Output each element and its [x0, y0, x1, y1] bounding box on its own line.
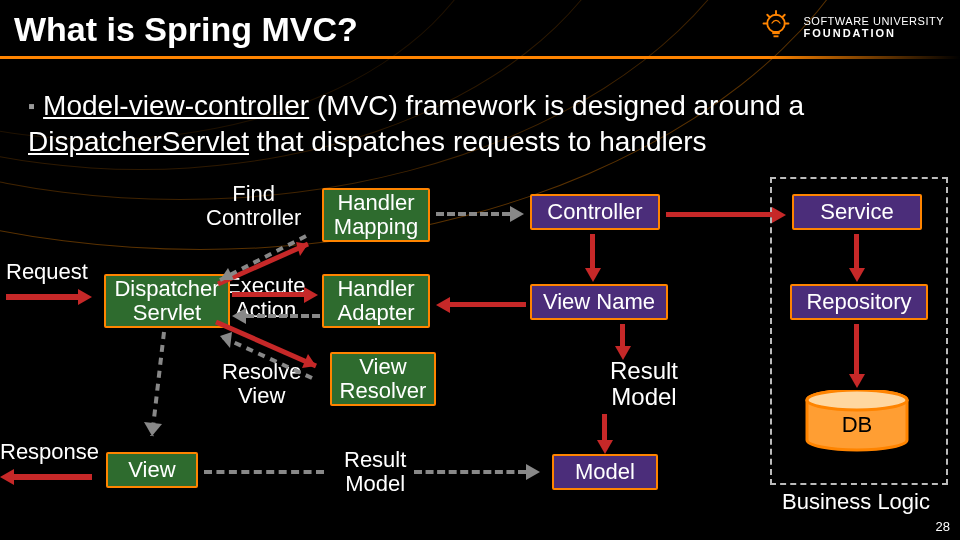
view-box: View — [106, 452, 198, 488]
svg-marker-8 — [302, 354, 316, 368]
model-box: Model — [552, 454, 658, 490]
view-name-box: View Name — [530, 284, 668, 320]
svg-marker-10 — [220, 332, 232, 348]
svg-marker-12 — [144, 422, 162, 436]
find-controller-label: Find Controller — [206, 182, 301, 230]
handler-mapping-box: Handler Mapping — [322, 188, 430, 242]
handler-adapter-box: Handler Adapter — [322, 274, 430, 328]
svg-point-2 — [807, 390, 907, 410]
result-model-small-label: Result Model — [344, 448, 406, 496]
bullet-text: ▪Model-view-controller (MVC) framework i… — [28, 88, 928, 161]
business-logic-label: Business Logic — [782, 490, 930, 514]
svg-line-11 — [152, 332, 164, 436]
resolve-view-label: Resolve View — [222, 360, 301, 408]
view-resolver-box: View Resolver — [330, 352, 436, 406]
title-underline — [0, 56, 960, 59]
repository-box: Repository — [790, 284, 928, 320]
slide-title: What is Spring MVC? — [14, 10, 358, 49]
controller-box: Controller — [530, 194, 660, 230]
svg-marker-4 — [296, 242, 308, 256]
request-label: Request — [6, 260, 88, 284]
logo-text-2: FOUNDATION — [804, 28, 945, 40]
page-number: 28 — [936, 519, 950, 534]
response-label: Response — [0, 440, 99, 464]
execute-action-label: Execute Action — [226, 274, 306, 322]
logo: SOFTWARE UNIVERSITY FOUNDATION — [756, 6, 945, 50]
db-cylinder: DB — [802, 390, 912, 452]
dispatcher-servlet-box: Dispatcher Servlet — [104, 274, 230, 328]
service-box: Service — [792, 194, 922, 230]
lightbulb-icon — [756, 6, 796, 50]
arrow-dispatch-to-view — [146, 332, 186, 456]
result-model-big-label: Result Model — [610, 358, 678, 411]
db-label: DB — [802, 412, 912, 438]
